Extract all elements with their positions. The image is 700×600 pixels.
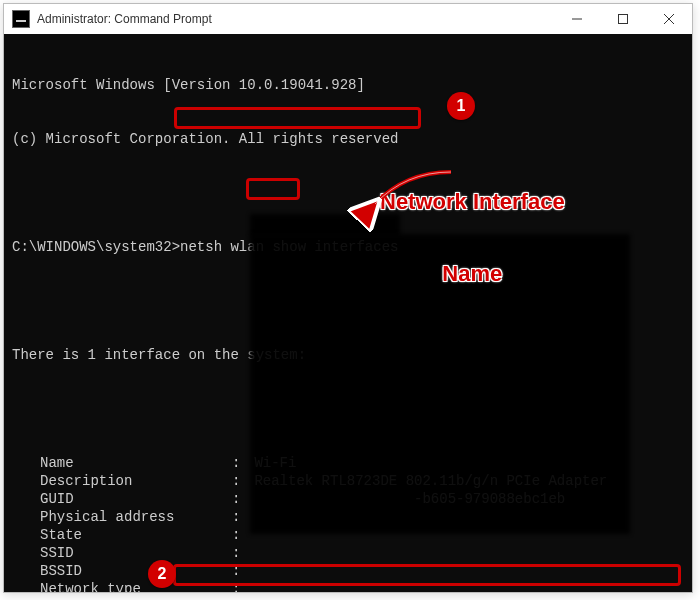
titlebar[interactable]: Administrator: Command Prompt — [4, 4, 692, 34]
maximize-button[interactable] — [600, 4, 646, 34]
step-badge: 1 — [447, 92, 475, 120]
svg-rect-1 — [619, 15, 628, 24]
field-label: BSSID — [12, 562, 232, 580]
field-row: BSSID: — [12, 562, 684, 580]
output-line: (c) Microsoft Corporation. All rights re… — [12, 130, 684, 148]
window-title: Administrator: Command Prompt — [37, 12, 554, 26]
highlight-box — [174, 107, 421, 129]
field-value — [246, 544, 684, 562]
redaction-box — [250, 234, 630, 534]
field-value — [246, 562, 684, 580]
field-label: State — [12, 526, 232, 544]
close-button[interactable] — [646, 4, 692, 34]
blank-line — [12, 184, 684, 202]
redaction-box — [250, 214, 400, 236]
window-controls — [554, 4, 692, 34]
field-label: GUID — [12, 490, 232, 508]
field-label: Network type — [12, 580, 232, 592]
terminal-body[interactable]: Microsoft Windows [Version 10.0.19041.92… — [4, 34, 692, 592]
field-label: Name — [12, 454, 232, 472]
field-row: Network type: — [12, 580, 684, 592]
field-label: Description — [12, 472, 232, 490]
cmd-icon — [12, 10, 30, 28]
prompt-path: C:\WINDOWS\system32> — [12, 239, 180, 255]
field-label: SSID — [12, 544, 232, 562]
output-line: Microsoft Windows [Version 10.0.19041.92… — [12, 76, 684, 94]
field-value — [246, 580, 684, 592]
minimize-button[interactable] — [554, 4, 600, 34]
field-label: Physical address — [12, 508, 232, 526]
app-window: Administrator: Command Prompt Microsoft … — [3, 3, 693, 593]
field-row: SSID: — [12, 544, 684, 562]
